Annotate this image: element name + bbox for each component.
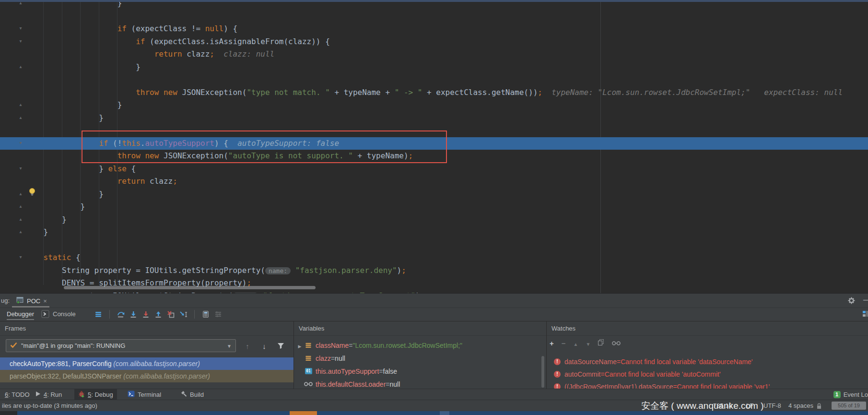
code-line[interactable]: if (expectClass.isAssignableFrom(clazz))… (0, 36, 868, 48)
code-token: { (71, 253, 80, 262)
editor-top-strip (0, 0, 868, 2)
fold-marker-icon[interactable]: ▾ (17, 25, 24, 31)
memory-indicator[interactable]: 505 of 19 (832, 402, 866, 410)
code-editor[interactable]: } if (expectClass != null) { if (expectC… (0, 0, 868, 293)
code-line[interactable]: throw new JSONException("type not match.… (0, 86, 868, 99)
code-line[interactable]: if (expectClass != null) { (0, 23, 868, 36)
debug-session-tab[interactable]: POC × (16, 295, 47, 307)
watch-row[interactable]: !dataSourceName = Cannot find local vari… (547, 355, 868, 368)
variable-value: null (335, 355, 345, 362)
fold-marker-icon[interactable]: ▴ (17, 203, 24, 209)
toolbar-separator (194, 310, 195, 319)
step-into-icon[interactable] (129, 310, 138, 319)
fold-marker-icon[interactable]: ▴ (17, 216, 24, 222)
code-line[interactable] (0, 10, 868, 23)
code-line[interactable]: return clazz; clazz: null (0, 48, 868, 61)
fold-marker-icon[interactable]: ▴ (17, 115, 24, 120)
step-actions-toolbar (94, 310, 223, 319)
code-line[interactable]: } (0, 188, 868, 201)
status-item[interactable]: 4 spaces (788, 402, 813, 409)
menu-bars-icon[interactable] (94, 310, 103, 319)
code-line[interactable]: } (0, 213, 868, 226)
chevron-down-icon: ▼ (227, 342, 232, 349)
toolwindow-button-build[interactable]: Build (176, 389, 208, 400)
ide-window: { "colors": { "exec_line": "#33669C", "f… (0, 0, 868, 415)
watch-down-icon[interactable]: ▼ (586, 339, 590, 348)
calculator-icon[interactable] (201, 310, 210, 319)
thread-selector-dropdown[interactable]: "main"@1 in group "main": RUNNING ▼ (6, 339, 236, 352)
console-icon (41, 310, 49, 320)
code-line[interactable]: } (0, 99, 868, 112)
watch-row[interactable]: !autoCommit = Cannot find local variable… (547, 368, 868, 380)
watch-add-icon[interactable]: + (550, 339, 554, 348)
frame-row[interactable]: parseObject:322, DefaultJSONParser (com.… (0, 370, 293, 382)
variable-row[interactable]: this.defaultClassLoader = null (294, 378, 546, 389)
code-line[interactable]: } (0, 201, 868, 213)
variables-scrollbar[interactable] (541, 356, 544, 388)
code-line[interactable]: } (0, 61, 868, 74)
variable-name: clazz (316, 355, 331, 362)
step-out-icon[interactable] (154, 310, 163, 319)
fold-marker-icon[interactable]: ▾ (17, 38, 24, 44)
code-token: { (127, 164, 136, 173)
toolwindow-button-debug[interactable]: 5: Debug (74, 389, 117, 400)
glasses-icon (304, 381, 313, 387)
tab-debugger[interactable]: Debugger (7, 310, 34, 320)
frame-row[interactable]: checkAutoType:881, ParserConfig (com.ali… (0, 357, 293, 370)
variable-row[interactable]: 01this.autoTypeSupport = false (294, 365, 546, 378)
copy-icon[interactable] (598, 339, 604, 348)
fold-marker-icon[interactable]: ▾ (17, 140, 24, 145)
frame-down-icon[interactable]: ↓ (259, 341, 270, 351)
toolwindow-button-todo[interactable]: 6: TODO (1, 389, 34, 400)
code-token: static (44, 253, 71, 262)
close-tab-icon[interactable]: × (43, 297, 47, 305)
fold-marker-icon[interactable]: ▴ (17, 191, 24, 196)
gear-icon[interactable] (848, 297, 855, 306)
fold-marker-icon[interactable]: ▾ (17, 166, 24, 171)
event-log-button[interactable]: 1 Event Lo (833, 389, 868, 400)
code-token: typeName: "Lcom.sun.rowset.JdbcRowSetImp… (542, 88, 843, 97)
code-line[interactable]: } (0, 226, 868, 239)
code-line[interactable]: static { (0, 251, 868, 264)
variable-row[interactable]: ▶className = "Lcom.sun.rowset.JdbcRowSet… (294, 339, 546, 352)
toolwindow-button-terminal[interactable]: Terminal (124, 389, 165, 400)
status-item[interactable]: UTF-8 (763, 402, 781, 409)
minimize-icon[interactable]: — (863, 296, 868, 304)
intention-lightbulb-icon[interactable] (29, 188, 36, 198)
step-over-icon[interactable] (117, 310, 125, 319)
code-line[interactable]: } (0, 112, 868, 125)
force-step-into-icon[interactable] (141, 310, 150, 319)
editor-horizontal-scrollbar[interactable] (64, 286, 316, 289)
code-line[interactable]: property = IOUtils.getStringProperty(nam… (0, 290, 868, 294)
code-line[interactable] (0, 239, 868, 252)
drop-frame-icon[interactable] (166, 310, 175, 319)
variable-row[interactable]: clazz = null (294, 352, 546, 365)
watch-up-icon[interactable]: ▲ (574, 339, 578, 348)
glasses-dim-icon[interactable] (612, 339, 621, 348)
annotation-highlight-box (82, 130, 447, 163)
watch-expression: dataSourceName (564, 358, 617, 366)
code-line[interactable] (0, 73, 868, 86)
settings-lines-icon[interactable] (214, 310, 223, 319)
code-token: "type not match. " (246, 88, 329, 97)
status-bar: iles are up-to-date (3 minutes ago) 785:… (0, 400, 868, 411)
toolwindow-button-run[interactable]: 4: Run (32, 389, 66, 400)
code-token: } (62, 215, 67, 224)
code-line[interactable]: return clazz; (0, 175, 868, 188)
watch-row[interactable]: !((JdbcRowSetImpl)var1).dataSource = Can… (547, 380, 868, 389)
lock-icon[interactable] (817, 403, 821, 411)
code-token: "fastjson.parser.deny" (291, 266, 397, 275)
filter-frames-icon[interactable] (275, 341, 286, 351)
restore-layout-icon[interactable] (862, 310, 868, 320)
frame-up-icon[interactable]: ↑ (242, 341, 253, 351)
run-to-cursor-icon[interactable] (179, 310, 188, 319)
fold-marker-icon[interactable]: ▴ (17, 64, 24, 69)
fold-marker-icon[interactable]: ▴ (17, 102, 24, 107)
code-line[interactable]: } else { (0, 163, 868, 176)
watch-remove-icon[interactable]: − (562, 339, 566, 348)
tab-console[interactable]: Console (53, 310, 76, 318)
expander-icon[interactable]: ▶ (296, 342, 304, 349)
fold-marker-icon[interactable]: ▴ (17, 229, 24, 234)
fold-marker-icon[interactable]: ▾ (17, 254, 24, 260)
code-line[interactable]: String property = IOUtils.getStringPrope… (0, 264, 868, 277)
